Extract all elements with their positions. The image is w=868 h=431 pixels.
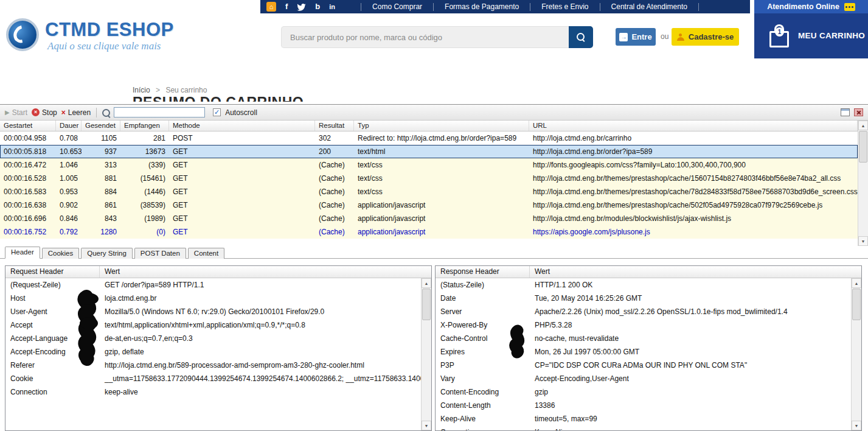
http-header-row[interactable]: ConnectionKeep-Alive <box>436 426 851 430</box>
http-header-row[interactable]: Cookie__utma=11758633.1772090444.1399254… <box>5 372 421 385</box>
topbar-link-central-de-atendimento[interactable]: Central de Atendimento <box>600 3 699 11</box>
tab-cookies[interactable]: Cookies <box>42 248 80 259</box>
linkedin-icon[interactable]: in <box>329 0 335 13</box>
request-value-column[interactable]: Wert <box>100 266 120 278</box>
request-method: GET <box>169 158 315 172</box>
http-header-row[interactable]: User-AgentMozilla/5.0 (Windows NT 6.0; r… <box>5 305 421 318</box>
http-header-row[interactable]: X-Powered-ByPHP/5.3.28 <box>436 318 851 332</box>
network-request-row[interactable]: 00:00:05.81810.65393713673GET200text/htm… <box>0 145 858 158</box>
http-header-row[interactable]: Content-Length13386 <box>436 399 851 412</box>
scroll-up-button[interactable]: ▲ <box>858 121 868 130</box>
network-request-row[interactable]: 00:00:04.9580.7081105281POST302Redirect … <box>0 131 858 145</box>
http-header-row[interactable]: Connectionkeep-alive <box>5 385 421 399</box>
http-header-row[interactable]: Cache-Controlno-cache, must-revalidate <box>436 332 851 345</box>
column-header-gestartet[interactable]: Gestartet <box>0 121 56 131</box>
tab-query-string[interactable]: Query String <box>81 248 133 259</box>
autoscroll-checkbox[interactable]: ✓ <box>213 108 221 116</box>
blogger-icon[interactable]: b <box>315 0 320 13</box>
http-header-name: (Status-Zeile) <box>436 278 530 292</box>
request-duration: 0.953 <box>56 185 82 198</box>
request-started: 00:00:16.528 <box>0 172 56 185</box>
request-panel-scrollbar[interactable]: ▲ ▼ <box>421 278 431 430</box>
home-icon[interactable]: ⌂ <box>266 2 276 12</box>
twitter-icon[interactable] <box>297 3 306 11</box>
tab-content[interactable]: Content <box>188 248 224 259</box>
network-request-row[interactable]: 00:00:16.6960.846843(1989)GET(Cache)appl… <box>0 212 858 225</box>
tab-header[interactable]: Header <box>5 247 40 259</box>
http-header-row[interactable]: Accepttext/html,application/xhtml+xml,ap… <box>5 318 421 332</box>
http-header-row[interactable]: Accept-Languagede-at,en-us;q=0.7,en;q=0.… <box>5 332 421 345</box>
list-scrollbar[interactable]: ▲ ▼ <box>858 121 868 246</box>
search-input[interactable] <box>281 26 569 48</box>
column-header-typ[interactable]: Typ <box>354 121 529 131</box>
scroll-up-icon: ▲ <box>425 281 429 286</box>
column-header-resultat[interactable]: Resultat <box>315 121 354 131</box>
topbar-links: Como ComprarFormas de PagamentoFretes e … <box>361 0 699 13</box>
http-header-row[interactable]: DateTue, 20 May 2014 16:25:26 GMT <box>436 292 851 305</box>
filter-input[interactable] <box>114 107 205 117</box>
facebook-icon[interactable]: f <box>285 0 288 13</box>
network-request-row[interactable]: 00:00:16.4721.046313(339)GET(Cache)text/… <box>0 158 858 172</box>
topbar-link-como-comprar[interactable]: Como Comprar <box>361 3 434 11</box>
breadcrumb-home[interactable]: Início <box>133 86 150 94</box>
http-header-row[interactable]: Content-Encodinggzip <box>436 385 851 399</box>
scroll-up-button[interactable]: ▲ <box>852 278 861 288</box>
column-header-dauer[interactable]: Dauer <box>56 121 82 131</box>
scroll-down-button[interactable]: ▼ <box>858 236 868 246</box>
network-request-row[interactable]: 00:00:16.5281.005881(15461)GET(Cache)tex… <box>0 172 858 185</box>
breadcrumb-current: Seu carrinho <box>165 86 207 94</box>
register-button[interactable]: Cadastre-se <box>672 28 739 46</box>
login-button[interactable]: → Entre <box>616 28 656 46</box>
http-header-row[interactable]: VaryAccept-Encoding,User-Agent <box>436 372 851 385</box>
start-button[interactable]: ▶ Start <box>5 108 27 117</box>
http-header-row[interactable]: Accept-Encodinggzip, deflate <box>5 345 421 359</box>
cart-count-badge: 1 <box>775 27 784 37</box>
scroll-down-button[interactable]: ▼ <box>852 421 861 430</box>
scroll-up-button[interactable]: ▲ <box>422 278 431 288</box>
http-header-row[interactable]: Keep-Alivetimeout=5, max=99 <box>436 412 851 426</box>
atendimento-online-button[interactable]: Atendimento Online <box>754 0 868 13</box>
stop-button[interactable]: × Stop <box>32 108 57 117</box>
network-request-row[interactable]: 00:00:16.7520.7921280(0)GET(Cache)applic… <box>0 225 858 239</box>
network-request-row[interactable]: 00:00:16.6380.902861(38539)GET(Cache)app… <box>0 198 858 212</box>
request-sent: 937 <box>82 145 120 158</box>
scroll-thumb[interactable] <box>859 131 867 163</box>
request-result: 302 <box>315 131 354 145</box>
clear-button[interactable]: × Leeren <box>61 108 91 117</box>
topbar-link-formas-de-pagamento[interactable]: Formas de Pagamento <box>434 3 530 11</box>
logo-icon[interactable] <box>6 18 39 51</box>
http-header-value: de-at,en-us;q=0.7,en;q=0.3 <box>100 332 421 345</box>
request-received: (38539) <box>120 198 169 212</box>
tab-post-daten[interactable]: POST Daten <box>134 248 186 259</box>
search-button[interactable] <box>569 26 593 48</box>
http-header-row[interactable]: Hostloja.ctmd.eng.br <box>5 292 421 305</box>
scroll-thumb[interactable] <box>852 289 861 320</box>
http-header-row[interactable]: ServerApache/2.2.26 (Unix) mod_ssl/2.2.2… <box>436 305 851 318</box>
http-header-row[interactable]: ExpiresMon, 26 Jul 1997 05:00:00 GMT <box>436 345 851 359</box>
http-header-row[interactable]: P3PCP="IDC DSP COR CURa ADMa OUR IND PHY… <box>436 359 851 372</box>
response-panel-scrollbar[interactable]: ▲ ▼ <box>851 278 861 430</box>
http-header-row[interactable]: (Status-Zeile)HTTP/1.1 200 OK <box>436 278 851 292</box>
http-header-row[interactable]: Refererhttp://loja.ctmd.eng.br/589-proce… <box>5 359 421 372</box>
column-header-methode[interactable]: Methode <box>169 121 315 131</box>
request-type: text/css <box>354 158 529 172</box>
request-started: 00:00:16.638 <box>0 198 56 212</box>
request-header-column[interactable]: Request Header <box>5 266 100 278</box>
cart-button[interactable]: 1 MEU CARRINHO <box>754 13 868 47</box>
site-logo[interactable]: CTMD ESHOP <box>45 19 174 41</box>
column-header-empfangen[interactable]: Empfangen <box>120 121 169 131</box>
network-request-row[interactable]: 00:00:16.5830.953884(1446)GET(Cache)text… <box>0 185 858 198</box>
clear-label: Leeren <box>68 108 91 117</box>
column-header-gesendet[interactable]: Gesendet <box>82 121 120 131</box>
request-sent: 884 <box>82 185 120 198</box>
scroll-thumb[interactable] <box>422 289 431 320</box>
column-header-url[interactable]: URL <box>529 121 858 131</box>
close-panel-icon[interactable] <box>854 108 863 116</box>
scroll-down-button[interactable]: ▼ <box>422 421 431 430</box>
response-header-column[interactable]: Response Header <box>436 266 530 278</box>
http-header-row[interactable]: (Request-Zeile)GET /order?ipa=589 HTTP/1… <box>5 278 421 292</box>
response-value-column[interactable]: Wert <box>530 266 550 278</box>
detach-panel-icon[interactable] <box>841 108 850 116</box>
request-url: http://loja.ctmd.eng.br/modules/blockwis… <box>529 212 858 225</box>
topbar-link-fretes-e-envio[interactable]: Fretes e Envio <box>530 3 600 11</box>
